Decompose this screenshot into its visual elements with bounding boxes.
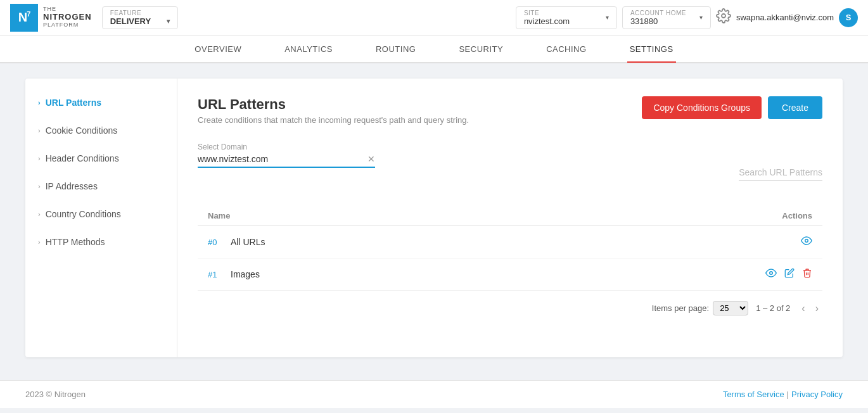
feature-chevron-icon: ▾ [167, 18, 170, 25]
sidebar-label-ip-addresses: IP Addresses [46, 181, 98, 191]
account-selector[interactable]: ACCOUNT HOME 331880 ▾ [622, 6, 711, 29]
search-wrapper[interactable]: Search URL Patterns [739, 167, 822, 181]
svg-point-2 [770, 272, 773, 275]
main-header: URL Patterns Create conditions that matc… [198, 96, 822, 125]
sidebar-chevron-url: › [38, 99, 41, 106]
sidebar-label-country-conditions: Country Conditions [46, 209, 121, 219]
sidebar-item-http-methods[interactable]: › HTTP Methods [25, 228, 177, 256]
view-icon-row-1[interactable] [765, 267, 777, 281]
table-header-row: Name Actions [198, 206, 822, 226]
account-value: 331880 [630, 16, 686, 26]
sidebar-chevron-header: › [38, 155, 41, 162]
svg-point-1 [805, 239, 808, 243]
page-range: 1 – 2 of 2 [756, 303, 790, 313]
privacy-policy-link[interactable]: Privacy Policy [791, 390, 843, 399]
site-label: SITE [524, 10, 570, 16]
user-avatar: S [839, 8, 858, 27]
site-chevron-icon: ▾ [606, 14, 609, 21]
sidebar-label-cookie-conditions: Cookie Conditions [46, 125, 118, 136]
footer: 2023 © Nitrogen Terms of Service | Priva… [0, 380, 868, 408]
nav-item-caching[interactable]: CACHING [544, 36, 589, 63]
page-subtitle: Create conditions that match the incomin… [198, 115, 469, 125]
account-label: ACCOUNT HOME [630, 10, 686, 16]
sidebar-label-url-patterns: URL Patterns [46, 98, 101, 108]
svg-point-0 [722, 14, 725, 18]
domain-input-row[interactable]: www.nviztest.com ✕ [198, 154, 375, 168]
nav-item-overview[interactable]: OVERVIEW [192, 36, 244, 63]
delete-icon-row-1[interactable] [802, 268, 812, 281]
items-per-page: Items per page: 25 50 100 [652, 301, 748, 315]
pagination-row: Items per page: 25 50 100 1 – 2 of 2 ‹ › [198, 291, 822, 326]
table-row: #1 Images [198, 258, 822, 291]
logo-area: N7 THE NITROGEN PLATFORM [10, 4, 92, 32]
sidebar: › URL Patterns › Cookie Conditions › Hea… [25, 79, 177, 357]
sidebar-chevron-cookie: › [38, 127, 41, 134]
sidebar-item-header-conditions[interactable]: › Header Conditions [25, 144, 177, 172]
account-chevron-icon: ▾ [699, 14, 703, 21]
terms-of-service-link[interactable]: Terms of Service [723, 390, 784, 399]
search-placeholder: Search URL Patterns [739, 167, 822, 177]
footer-links: Terms of Service | Privacy Policy [723, 390, 843, 399]
row-1-index: #1 [208, 270, 231, 279]
main-nav: OVERVIEW ANALYTICS ROUTING SECURITY CACH… [0, 35, 868, 63]
nav-item-analytics[interactable]: ANALYTICS [282, 36, 335, 63]
create-button[interactable]: Create [768, 96, 822, 119]
nav-item-security[interactable]: SECURITY [456, 36, 506, 63]
nav-item-routing[interactable]: ROUTING [373, 36, 418, 63]
prev-page-button[interactable]: ‹ [798, 302, 808, 315]
row-1-name: Images [231, 269, 736, 279]
sidebar-chevron-country: › [38, 210, 41, 218]
feature-selector[interactable]: FEATURE DELIVERY ▾ [102, 6, 178, 29]
domain-area: Select Domain www.nviztest.com ✕ [198, 143, 375, 168]
domain-value: www.nviztest.com [198, 154, 362, 164]
table-section: Name Actions #0 All URLs [198, 206, 822, 291]
table-row: #0 All URLs [198, 226, 822, 258]
site-value: nviztest.com [524, 16, 570, 26]
logo-nitrogen: NITROGEN [43, 13, 92, 22]
items-per-page-label: Items per page: [652, 303, 709, 313]
col-header-name: Name [208, 211, 736, 220]
logo-n7: N7 [18, 10, 30, 25]
page-nav: ‹ › [798, 302, 822, 315]
footer-separator: | [787, 390, 789, 399]
items-per-page-select[interactable]: 25 50 100 [713, 301, 748, 315]
edit-icon-row-1[interactable] [784, 268, 795, 281]
logo-platform: PLATFORM [43, 22, 92, 29]
sidebar-chevron-http: › [38, 238, 41, 246]
domain-label: Select Domain [198, 143, 375, 151]
user-area[interactable]: swapna.akkanti@nviz.com S [716, 8, 858, 27]
sidebar-chevron-ip: › [38, 182, 41, 190]
sidebar-item-ip-addresses[interactable]: › IP Addresses [25, 172, 177, 200]
domain-search-row: Select Domain www.nviztest.com ✕ Search … [198, 143, 822, 181]
sidebar-label-http-methods: HTTP Methods [46, 237, 105, 247]
top-bar: N7 THE NITROGEN PLATFORM FEATURE DELIVER… [0, 0, 868, 35]
footer-copyright: 2023 © Nitrogen [25, 390, 86, 399]
title-block: URL Patterns Create conditions that matc… [198, 96, 469, 125]
logo-box: N7 [10, 4, 38, 32]
feature-value: DELIVERY ▾ [110, 16, 170, 26]
col-header-actions: Actions [736, 211, 812, 220]
logo-text: THE NITROGEN PLATFORM [43, 6, 92, 28]
sidebar-label-header-conditions: Header Conditions [46, 153, 119, 163]
sidebar-item-country-conditions[interactable]: › Country Conditions [25, 200, 177, 228]
row-0-name: All URLs [231, 237, 736, 247]
gear-icon[interactable] [716, 8, 731, 27]
domain-clear-icon[interactable]: ✕ [367, 154, 375, 164]
next-page-button[interactable]: › [812, 302, 822, 315]
view-icon-row-0[interactable] [801, 235, 812, 249]
feature-label: FEATURE [110, 10, 170, 16]
sidebar-item-cookie-conditions[interactable]: › Cookie Conditions [25, 117, 177, 144]
row-0-index: #0 [208, 238, 231, 247]
row-0-actions [736, 235, 812, 249]
header-actions: Copy Conditions Groups Create [642, 96, 822, 119]
copy-conditions-button[interactable]: Copy Conditions Groups [642, 96, 762, 119]
sidebar-item-url-patterns[interactable]: › URL Patterns [25, 89, 177, 117]
nav-item-settings[interactable]: SETTINGS [627, 36, 676, 63]
content-card: › URL Patterns › Cookie Conditions › Hea… [25, 79, 843, 357]
user-email: swapna.akkanti@nviz.com [736, 13, 834, 22]
page-content: › URL Patterns › Cookie Conditions › Hea… [0, 63, 868, 380]
page-title: URL Patterns [198, 96, 469, 113]
site-selector[interactable]: SITE nviztest.com ▾ [516, 6, 617, 29]
row-1-actions [736, 267, 812, 281]
main-area: URL Patterns Create conditions that matc… [177, 79, 843, 357]
